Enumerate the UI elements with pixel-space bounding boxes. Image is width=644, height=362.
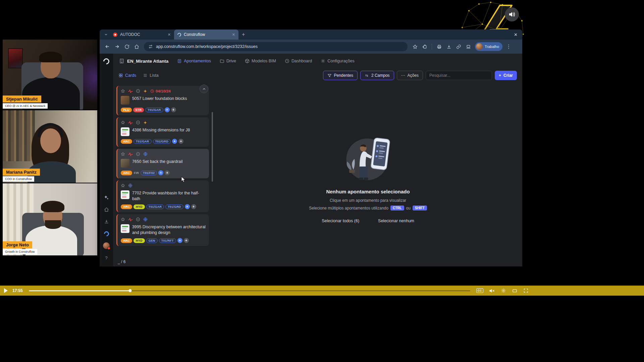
minus-circle-icon[interactable] — [136, 152, 140, 156]
star-icon[interactable] — [121, 120, 125, 125]
tab-autodoc[interactable]: AUTODOC ✕ — [110, 29, 174, 40]
seek-handle[interactable] — [129, 289, 132, 292]
browser-menu-icon[interactable]: ⋮ — [505, 44, 513, 50]
print-icon[interactable] — [435, 42, 443, 51]
tag-str[interactable]: STR — [133, 108, 144, 112]
add-button[interactable]: + — [165, 107, 170, 112]
help-icon[interactable]: ? — [102, 254, 110, 262]
reload-button[interactable] — [122, 42, 131, 51]
pulse-icon[interactable] — [128, 152, 133, 156]
tag-hyd[interactable]: HYD — [133, 238, 145, 243]
add-button[interactable]: + — [172, 139, 177, 144]
add-button[interactable]: + — [171, 107, 176, 112]
seek-bar[interactable] — [29, 290, 470, 291]
extensions-icon[interactable] — [420, 42, 429, 51]
issue-card[interactable]: 7650 Set back the guardrailARCFIRT01/F02… — [116, 149, 209, 178]
search-input[interactable] — [426, 71, 492, 80]
tag-arc[interactable]: ARC — [121, 238, 132, 243]
nav-modelos-bim[interactable]: Modelos BIM — [245, 59, 276, 63]
tag-fir[interactable]: FIR — [133, 171, 139, 175]
tag-t01-f02[interactable]: T01/F02 — [141, 171, 157, 175]
pendentes-filter-button[interactable]: Pendentes — [323, 71, 358, 80]
window-close-button[interactable]: ✕ — [514, 32, 518, 37]
globe-icon[interactable] — [128, 183, 132, 188]
project-selector[interactable]: EN_Mirante Atlanta — [119, 58, 168, 64]
user-avatar[interactable] — [102, 242, 110, 250]
add-button[interactable]: + — [177, 238, 182, 243]
tab-construflow[interactable]: Construflow ✕ — [174, 29, 238, 40]
devices-icon[interactable] — [464, 42, 473, 51]
nav-drive[interactable]: Drive — [220, 59, 236, 63]
add-button[interactable]: + — [191, 204, 196, 209]
acoes-button[interactable]: ⋯ Ações — [397, 71, 423, 80]
theater-mode-icon[interactable] — [512, 288, 518, 293]
add-button[interactable]: + — [165, 170, 170, 175]
nav-configuracoes[interactable]: Configurações — [321, 59, 355, 63]
view-tab-cards[interactable]: Cards — [118, 73, 136, 78]
tag-arc[interactable]: ARC — [121, 171, 132, 175]
star-icon[interactable] — [121, 89, 125, 93]
ai-sparkle-icon[interactable] — [102, 193, 110, 201]
add-button[interactable]: + — [184, 238, 189, 243]
issue-card[interactable]: 3995 Discrepancy between architectural a… — [116, 214, 209, 246]
scrollbar-thumb[interactable] — [212, 112, 213, 182]
fullscreen-icon[interactable] — [523, 288, 529, 293]
minus-circle-icon[interactable] — [136, 217, 140, 222]
mute-button[interactable] — [489, 288, 495, 293]
construflow-app-icon[interactable] — [102, 230, 110, 238]
back-button[interactable] — [103, 42, 112, 51]
star-icon[interactable] — [121, 183, 125, 188]
close-tab-icon[interactable]: ✕ — [232, 33, 235, 37]
minus-circle-icon[interactable] — [136, 120, 140, 125]
site-settings-icon[interactable] — [148, 44, 153, 49]
forward-button[interactable] — [113, 42, 121, 51]
captions-button[interactable]: CC — [476, 288, 483, 293]
tag-plu[interactable]: PLU — [121, 108, 132, 112]
download-tray-icon[interactable] — [102, 218, 110, 226]
tag-arc[interactable]: ARC — [121, 139, 132, 144]
globe-icon[interactable] — [143, 217, 148, 222]
play-button[interactable] — [4, 288, 8, 293]
add-button[interactable]: + — [178, 139, 183, 144]
sound-on-button[interactable] — [505, 7, 519, 21]
add-button[interactable]: + — [185, 204, 190, 209]
issue-card[interactable]: 4386 Missing dimensions for J8ARCT01/GAR… — [116, 117, 209, 147]
select-all-link[interactable]: Selecionar todos (6) — [322, 219, 359, 223]
player-settings-icon[interactable] — [501, 288, 506, 293]
new-tab-button[interactable]: + — [242, 32, 245, 38]
select-none-link[interactable]: Selecionar nenhum — [378, 219, 414, 223]
sparkle-icon[interactable] — [143, 121, 147, 125]
download-icon[interactable] — [444, 42, 453, 51]
sparkle-icon[interactable] — [143, 89, 147, 93]
tag-gen[interactable]: GEN — [146, 238, 158, 243]
globe-icon[interactable] — [143, 152, 148, 156]
tag-t01-gar[interactable]: T01/GAR — [133, 139, 151, 144]
criar-button[interactable]: + Criar — [495, 71, 517, 80]
nav-apontamentos[interactable]: Apontamentos — [177, 59, 211, 63]
pulse-icon[interactable] — [128, 121, 133, 125]
pulse-icon[interactable] — [128, 89, 133, 93]
browser-profile-chip[interactable]: Trabalho — [475, 42, 502, 51]
view-tab-lista[interactable]: Lista — [143, 73, 158, 78]
tag-t01-gar[interactable]: T01/GAR — [145, 108, 163, 112]
tag-t01-rft[interactable]: T01/RFT — [159, 238, 176, 243]
link-icon[interactable] — [454, 42, 463, 51]
add-button[interactable]: + — [158, 170, 163, 175]
star-icon[interactable] — [121, 217, 125, 222]
nav-dashboard[interactable]: Dashboard — [285, 59, 312, 63]
tab-search-button[interactable] — [102, 31, 110, 38]
issue-card[interactable]: 04/10/245057 Lower foundation blocksPLUS… — [116, 86, 209, 115]
bookmark-star-icon[interactable] — [411, 42, 419, 51]
address-bar[interactable]: app.construflow.com.br/workspace/project… — [144, 42, 408, 51]
tag-t01-grd[interactable]: T01/GRD — [165, 204, 183, 209]
tag-t01-grd[interactable]: T01/GRD — [153, 139, 171, 144]
tag-t01-gar[interactable]: T01/GAR — [146, 204, 164, 209]
pulse-icon[interactable] — [128, 218, 133, 222]
collapse-chevron-button[interactable] — [200, 84, 208, 93]
minus-circle-icon[interactable] — [136, 89, 140, 93]
tag-arc[interactable]: ARC — [121, 204, 132, 209]
home-icon[interactable] — [102, 205, 110, 214]
issue-card[interactable]: 7702 Provide washbasin for the half-bath… — [116, 180, 209, 212]
tag-hyd[interactable]: HYD — [133, 204, 145, 209]
star-icon[interactable] — [121, 152, 125, 156]
